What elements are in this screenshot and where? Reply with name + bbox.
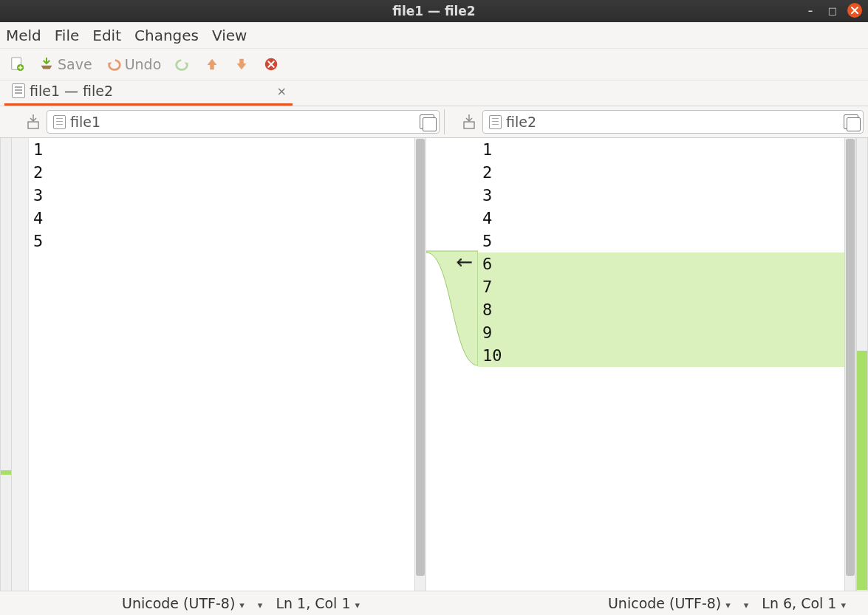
undo-label: Undo — [125, 56, 162, 72]
code-line[interactable]: 6 — [478, 252, 844, 275]
status-menu-right[interactable]: ▾ — [744, 597, 749, 611]
push-left-button[interactable]: 🡐 — [457, 253, 473, 272]
diff-area: 12345 🡐 12345678910 — [0, 138, 868, 591]
code-line[interactable]: 9 — [478, 321, 844, 344]
scrollbar-thumb[interactable] — [846, 139, 855, 576]
tab-close-button[interactable]: × — [277, 84, 287, 98]
status-position-left[interactable]: Ln 1, Col 1▾ — [276, 595, 360, 611]
text-right[interactable]: 12345678910 — [478, 138, 844, 591]
link-area: 🡐 — [426, 138, 478, 591]
overview-right[interactable] — [856, 138, 868, 591]
document-icon — [489, 115, 502, 129]
arrow-up-icon — [204, 56, 220, 72]
redo-button[interactable] — [171, 55, 194, 74]
code-line[interactable]: 1 — [478, 138, 844, 161]
save-label: Save — [58, 56, 92, 72]
delete-icon — [263, 56, 279, 72]
file-header-right: file2 — [445, 107, 868, 137]
tabbar: file1 — file2 × — [0, 80, 868, 106]
menu-file[interactable]: File — [55, 27, 79, 44]
status-encoding-right[interactable]: Unicode (UTF-8)▾ — [608, 595, 731, 611]
arrow-down-icon — [233, 56, 250, 72]
status-menu-left[interactable]: ▾ — [258, 597, 263, 611]
titlebar: file1 — file2 – □ — [0, 0, 868, 22]
scrollbar-thumb[interactable] — [416, 139, 425, 576]
code-line[interactable]: 3 — [478, 184, 844, 207]
svg-rect-4 — [464, 122, 474, 128]
file-path-right[interactable]: file2 — [482, 110, 864, 134]
window-buttons: – □ — [803, 3, 862, 18]
menu-view[interactable]: View — [212, 27, 247, 44]
code-line[interactable]: 8 — [478, 298, 844, 321]
code-line[interactable]: 2 — [478, 161, 844, 184]
delete-change-button[interactable] — [260, 55, 282, 74]
text-left[interactable]: 12345 — [29, 138, 414, 591]
gutter-left — [12, 138, 29, 591]
new-compare-button[interactable] — [6, 55, 28, 74]
menu-edit[interactable]: Edit — [92, 27, 121, 44]
change-marker — [1, 470, 11, 475]
file-header-left: file1 — [0, 107, 444, 137]
app-window: file1 — file2 – □ Meld File Edit Changes… — [0, 0, 868, 615]
code-line[interactable]: 2 — [29, 161, 414, 184]
save-button[interactable]: Save — [35, 55, 95, 74]
toolbar: Save Undo — [0, 49, 868, 80]
code-line[interactable]: 10 — [478, 344, 844, 367]
maximize-button[interactable]: □ — [825, 3, 840, 18]
file-headers: file1 file2 — [0, 106, 868, 138]
document-icon — [12, 83, 25, 98]
next-change-button[interactable] — [230, 55, 253, 74]
menu-changes[interactable]: Changes — [134, 27, 199, 44]
code-line[interactable]: 5 — [478, 230, 844, 252]
prev-change-button[interactable] — [201, 55, 223, 74]
code-line[interactable]: 3 — [29, 184, 414, 207]
code-line[interactable]: 7 — [478, 275, 844, 298]
svg-rect-3 — [28, 122, 38, 128]
code-line[interactable]: 4 — [478, 207, 844, 230]
file-right-label: file2 — [506, 114, 536, 130]
save-to-icon[interactable] — [462, 113, 476, 131]
document-icon — [53, 115, 66, 129]
window-title: file1 — file2 — [0, 4, 868, 18]
undo-button[interactable]: Undo — [103, 55, 165, 74]
tab-label: file1 — file2 — [30, 83, 113, 99]
menubar: Meld File Edit Changes View — [0, 22, 868, 49]
scrollbar-left[interactable] — [414, 138, 426, 591]
scrollbar-right[interactable] — [844, 138, 856, 591]
copy-icon[interactable] — [844, 114, 858, 129]
file-left-label: file1 — [70, 114, 100, 130]
change-marker — [857, 351, 867, 590]
statusbar: Unicode (UTF-8)▾ ▾ Ln 1, Col 1▾ Unicode … — [0, 591, 868, 615]
undo-icon — [106, 56, 122, 72]
close-button[interactable] — [847, 3, 862, 18]
code-line[interactable]: 1 — [29, 138, 414, 161]
save-to-icon[interactable] — [26, 113, 41, 131]
minimize-button[interactable]: – — [803, 3, 818, 18]
redo-icon — [174, 56, 191, 72]
status-encoding-left[interactable]: Unicode (UTF-8)▾ — [122, 595, 245, 611]
code-line[interactable]: 5 — [29, 230, 414, 252]
file-path-left[interactable]: file1 — [47, 110, 440, 134]
copy-icon[interactable] — [420, 114, 434, 129]
code-line[interactable]: 4 — [29, 207, 414, 230]
tab-active[interactable]: file1 — file2 × — [4, 80, 293, 106]
pane-left: 12345 — [12, 138, 414, 591]
pane-right: 12345678910 — [478, 138, 844, 591]
save-icon — [38, 56, 55, 72]
menu-meld[interactable]: Meld — [6, 27, 41, 44]
overview-left[interactable] — [0, 138, 12, 591]
status-position-right[interactable]: Ln 6, Col 1▾ — [762, 595, 846, 611]
